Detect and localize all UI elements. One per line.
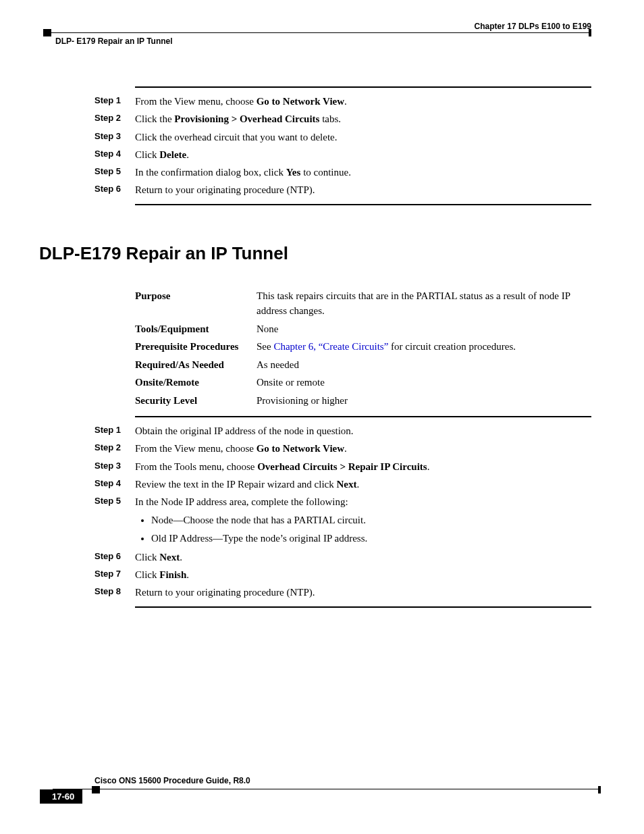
- info-row-tools: Tools/Equipment None: [135, 321, 591, 337]
- step-label: Step 3: [95, 130, 135, 142]
- info-value-required: As needed: [257, 357, 591, 373]
- footer-marker-left: [92, 786, 100, 793]
- steps-group-b: Step 1Obtain the original IP address of …: [95, 424, 591, 509]
- step-body: From the Tools menu, choose Overhead Cir…: [135, 460, 591, 473]
- step-label: Step 6: [95, 550, 135, 563]
- footer-book-title: Cisco ONS 15600 Procedure Guide, R8.0: [95, 776, 250, 785]
- steps-group-a: Step 1From the View menu, choose Go to N…: [95, 95, 591, 197]
- info-row-security: Security Level Provisioning or higher: [135, 393, 591, 409]
- footer-marker-right: [598, 786, 601, 793]
- step-body: Review the text in the IP Repair wizard …: [135, 477, 591, 491]
- info-value-security: Provisioning or higher: [257, 393, 591, 409]
- step-body: In the Node IP address area, complete th…: [135, 495, 591, 509]
- step-row: Step 1From the View menu, choose Go to N…: [95, 95, 591, 108]
- prereq-prefix: See: [257, 341, 273, 352]
- step-body: Click Delete.: [135, 148, 591, 161]
- footer-rule-wrap: [53, 789, 601, 789]
- info-label-purpose: Purpose: [135, 288, 257, 304]
- step-row: Step 5In the Node IP address area, compl…: [95, 495, 591, 509]
- step-body: Return to your originating procedure (NT…: [135, 585, 591, 599]
- step5-bullets: Node—Choose the node that has a PARTIAL …: [151, 513, 591, 546]
- step-label: Step 5: [95, 495, 135, 507]
- step-label: Step 3: [95, 460, 135, 472]
- step-label: Step 4: [95, 148, 135, 160]
- content-area: Step 1From the View menu, choose Go to N…: [95, 86, 591, 615]
- info-label-required: Required/As Needed: [135, 357, 257, 373]
- info-label-prereq: Prerequisite Procedures: [135, 339, 257, 355]
- step-label: Step 5: [95, 165, 135, 178]
- info-label-onsite: Onsite/Remote: [135, 375, 257, 390]
- step-label: Step 7: [95, 568, 135, 580]
- info-label-security: Security Level: [135, 393, 257, 409]
- running-header-subtitle: DLP- E179 Repair an IP Tunnel: [55, 36, 173, 46]
- step-row: Step 6Click Next.: [95, 550, 591, 564]
- step-body: Obtain the original IP address of the no…: [135, 424, 591, 438]
- step-label: Step 4: [95, 477, 135, 490]
- step-row: Step 7Click Finish.: [95, 568, 591, 581]
- rule-above-steps-b: [135, 416, 591, 417]
- header-marker-right: [589, 29, 591, 36]
- page-number: 17-60: [40, 789, 82, 804]
- step-body: From the View menu, choose Go to Network…: [135, 442, 591, 455]
- step-row: Step 8Return to your originating procedu…: [95, 585, 591, 599]
- info-value-onsite: Onsite or remote: [257, 375, 591, 390]
- step-body: From the View menu, choose Go to Network…: [135, 95, 591, 108]
- step-body: Click the Provisioning > Overhead Circui…: [135, 112, 591, 126]
- step-row: Step 2From the View menu, choose Go to N…: [95, 442, 591, 455]
- section-heading: DLP-E179 Repair an IP Tunnel: [39, 243, 591, 264]
- step-label: Step 2: [95, 442, 135, 454]
- footer-rule: [53, 789, 601, 789]
- step-row: Step 4Review the text in the IP Repair w…: [95, 477, 591, 491]
- info-row-required: Required/As Needed As needed: [135, 357, 591, 373]
- info-value-purpose: This task repairs circuits that are in t…: [257, 288, 591, 319]
- steps-group-c: Step 6Click Next.Step 7Click Finish.Step…: [95, 550, 591, 600]
- step-label: Step 6: [95, 183, 135, 195]
- step-row: Step 6Return to your originating procedu…: [95, 183, 591, 197]
- step-body: In the confirmation dialog box, click Ye…: [135, 165, 591, 179]
- info-label-tools: Tools/Equipment: [135, 321, 257, 337]
- step-body: Click Finish.: [135, 568, 591, 581]
- rule-below-steps-c: [135, 606, 591, 608]
- prereq-suffix: for circuit creation procedures.: [388, 341, 516, 352]
- rule-below-steps-a: [135, 204, 591, 205]
- header-rule: [43, 32, 591, 33]
- page: Chapter 17 DLPs E100 to E199 DLP- E179 R…: [0, 0, 644, 834]
- info-value-tools: None: [257, 321, 591, 337]
- bullet-item: Old IP Address—Type the node’s original …: [151, 531, 591, 546]
- rule-above-steps-a: [135, 86, 591, 88]
- step-row: Step 3From the Tools menu, choose Overhe…: [95, 460, 591, 473]
- info-row-purpose: Purpose This task repairs circuits that …: [135, 288, 591, 319]
- step-label: Step 1: [95, 95, 135, 107]
- step-body: Return to your originating procedure (NT…: [135, 183, 591, 197]
- step-body: Click the overhead circuit that you want…: [135, 130, 591, 144]
- bullet-item: Node—Choose the node that has a PARTIAL …: [151, 513, 591, 528]
- step-row: Step 5In the confirmation dialog box, cl…: [95, 165, 591, 179]
- info-row-onsite: Onsite/Remote Onsite or remote: [135, 375, 591, 390]
- header-marker-left: [43, 29, 51, 36]
- step-label: Step 2: [95, 112, 135, 124]
- step-row: Step 1Obtain the original IP address of …: [95, 424, 591, 438]
- running-header-chapter: Chapter 17 DLPs E100 to E199: [475, 22, 591, 31]
- info-value-prereq: See Chapter 6, “Create Circuits” for cir…: [257, 339, 591, 355]
- info-table: Purpose This task repairs circuits that …: [135, 288, 591, 409]
- prereq-link[interactable]: Chapter 6, “Create Circuits”: [273, 341, 388, 352]
- step-row: Step 2Click the Provisioning > Overhead …: [95, 112, 591, 126]
- step-body: Click Next.: [135, 550, 591, 564]
- info-row-prereq: Prerequisite Procedures See Chapter 6, “…: [135, 339, 591, 355]
- step-label: Step 1: [95, 424, 135, 436]
- step-row: Step 3Click the overhead circuit that yo…: [95, 130, 591, 144]
- step-label: Step 8: [95, 585, 135, 598]
- step-row: Step 4Click Delete.: [95, 148, 591, 161]
